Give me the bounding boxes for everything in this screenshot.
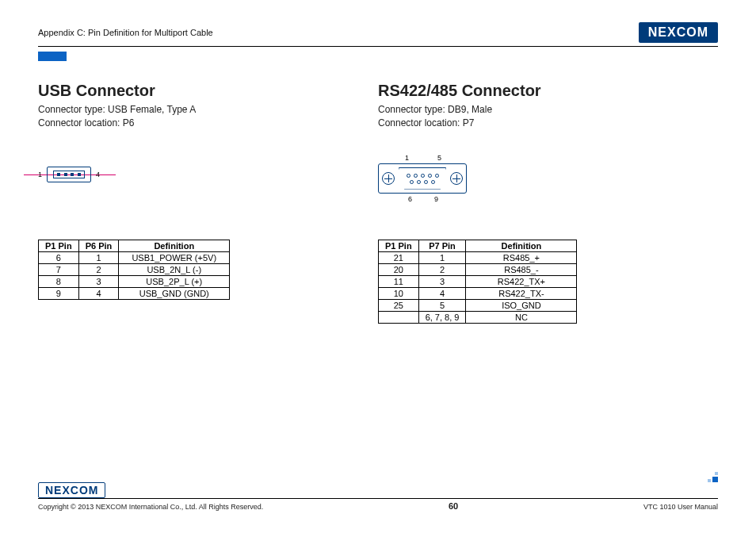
rs-pin-table: P1 Pin P7 Pin Definition 21 1 RS485_+ 20… [378,240,577,324]
db9-pin9-label: 9 [434,195,438,203]
col-def: Definition [466,240,577,251]
table-row: 25 5 ISO_GND [379,299,577,311]
col-p7: P7 Pin [418,240,466,251]
cell: 21 [379,251,419,263]
cell: USB_2P_L (+) [119,275,230,287]
usb-pin4-label: 4 [96,171,100,178]
table-row: 20 2 RS485_- [379,263,577,275]
usb-title: USB Connector [38,82,359,100]
page-footer: NEXCOM Copyright © 2013 NEXCOM Internati… [38,482,718,511]
cell: 8 [39,275,79,287]
page-header: Appendix C: Pin Definition for Multiport… [38,22,718,47]
rs-location: Connector location: P7 [378,117,718,130]
table-row: 21 1 RS485_+ [379,251,577,263]
footer-deco-icon [707,471,718,482]
table-row: 6 1 USB1_POWER (+5V) [39,251,230,263]
col-def: Definition [119,240,230,251]
col-p6: P6 Pin [78,240,119,251]
cell: ISO_GND [466,299,577,311]
nexcom-logo: NE COMNEXCOM [639,22,718,43]
col-p1: P1 Pin [39,240,79,251]
cell: 25 [379,299,419,311]
db9-screw-icon [450,172,463,185]
usb-type: Connector type: USB Female, Type A [38,103,359,117]
cell: 9 [39,287,79,299]
page-number: 60 [449,501,458,511]
table-row: 9 4 USB_GND (GND) [39,287,230,299]
db9-connector-diagram: 1 5 6 9 [378,154,467,203]
cell: 20 [379,263,419,275]
cell: 4 [418,287,466,299]
rs-title: RS422/485 Connector [378,82,718,100]
cell: NC [466,311,577,323]
cell: USB_2N_L (-) [119,263,230,275]
table-row: 7 2 USB_2N_L (-) [39,263,230,275]
cell [379,311,419,323]
copyright-text: Copyright © 2013 NEXCOM International Co… [38,503,263,511]
cell: 5 [418,299,466,311]
cell: 3 [418,275,466,287]
usb-location: Connector location: P6 [38,117,359,130]
usb-pin-table: P1 Pin P6 Pin Definition 6 1 USB1_POWER … [38,240,230,300]
db9-shell-icon [399,167,446,190]
db9-pin1-label: 1 [405,154,409,162]
cell: 7 [39,263,79,275]
cell: 10 [379,287,419,299]
manual-name: VTC 1010 User Manual [643,503,718,511]
usb-pin1-label: 1 [38,171,42,178]
cell: 1 [418,251,466,263]
cell: USB_GND (GND) [119,287,230,299]
usb-connector-diagram: 1 4 [38,167,100,182]
cell: 1 [78,251,119,263]
db9-pin5-label: 5 [437,154,441,162]
rs-section: RS422/485 Connector Connector type: DB9,… [378,82,718,324]
cell: RS485_- [466,263,577,275]
cell: 6, 7, 8, 9 [418,311,466,323]
table-row: 6, 7, 8, 9 NC [379,311,577,323]
table-row: 11 3 RS422_TX+ [379,275,577,287]
table-header-row: P1 Pin P7 Pin Definition [379,240,577,251]
accent-bar [38,52,67,61]
nexcom-footer-logo: NEXCOM [38,482,105,498]
table-header-row: P1 Pin P6 Pin Definition [39,240,230,251]
cell: 3 [78,275,119,287]
rs-type: Connector type: DB9, Male [378,103,718,117]
appendix-title: Appendix C: Pin Definition for Multiport… [38,28,213,37]
cell: RS422_TX- [466,287,577,299]
db9-screw-icon [382,172,395,185]
cell: USB1_POWER (+5V) [119,251,230,263]
cell: 6 [39,251,79,263]
cell: 4 [78,287,119,299]
table-row: 10 4 RS422_TX- [379,287,577,299]
cell: 11 [379,275,419,287]
table-row: 8 3 USB_2P_L (+) [39,275,230,287]
cell: 2 [78,263,119,275]
db9-pin6-label: 6 [408,195,412,203]
col-p1: P1 Pin [379,240,419,251]
usb-shell-icon [47,167,91,182]
cell: RS485_+ [466,251,577,263]
cell: 2 [418,263,466,275]
usb-section: USB Connector Connector type: USB Female… [38,82,378,324]
cell: RS422_TX+ [466,275,577,287]
